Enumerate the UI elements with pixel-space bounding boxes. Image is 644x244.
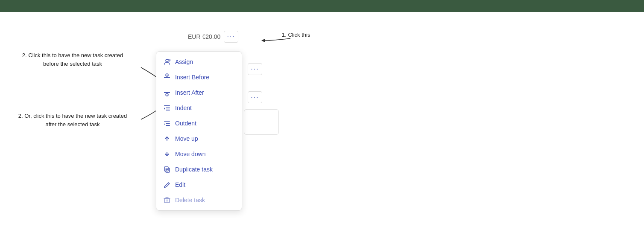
indent-icon: [163, 104, 171, 112]
svg-rect-9: [164, 105, 170, 106]
svg-rect-3: [164, 77, 170, 78]
menu-item-outdent[interactable]: Outdent: [156, 116, 242, 131]
menu-item-assign-label: Assign: [175, 58, 193, 65]
menu-item-edit[interactable]: Edit: [156, 177, 242, 192]
outdent-icon: [163, 119, 171, 127]
move-down-icon: [163, 150, 171, 158]
menu-item-insert-after-label: Insert After: [175, 89, 204, 96]
menu-item-edit-label: Edit: [175, 181, 185, 188]
assign-icon: +: [163, 58, 171, 66]
menu-item-duplicate-task[interactable]: Duplicate task: [156, 162, 242, 177]
edit-icon: [163, 181, 171, 189]
menu-item-delete-task-label: Delete task: [175, 197, 205, 203]
svg-rect-12: [164, 121, 170, 122]
row2-dots-container: ···: [248, 63, 262, 75]
svg-text:+: +: [169, 59, 170, 61]
menu-item-outdent-label: Outdent: [175, 120, 196, 127]
menu-item-move-down[interactable]: Move down: [156, 146, 242, 162]
menu-item-delete-task[interactable]: Delete task: [156, 192, 242, 208]
menu-item-insert-before-label: Insert Before: [175, 74, 209, 81]
svg-rect-14: [166, 125, 170, 126]
menu-item-duplicate-task-label: Duplicate task: [175, 166, 213, 173]
menu-item-insert-before[interactable]: + Insert Before: [156, 70, 242, 85]
menu-item-indent[interactable]: Indent: [156, 100, 242, 116]
row2-dots-button[interactable]: ···: [248, 63, 262, 75]
svg-text:+: +: [167, 74, 168, 76]
eur-row-dots-button[interactable]: ···: [224, 31, 238, 43]
blank-panel: [244, 109, 279, 135]
svg-rect-6: [164, 92, 170, 93]
menu-item-move-down-label: Move down: [175, 151, 206, 157]
menu-item-indent-label: Indent: [175, 105, 192, 111]
duplicate-icon: [163, 166, 171, 173]
svg-rect-10: [166, 107, 170, 108]
insert-after-icon: +: [163, 89, 171, 96]
svg-rect-13: [166, 123, 170, 124]
svg-text:+: +: [167, 93, 168, 96]
move-up-icon: [163, 135, 171, 142]
annotation-2: 2. Click this to have the new task creat…: [2, 51, 143, 68]
row3-dots-button[interactable]: ···: [248, 91, 262, 103]
eur-amount: EUR €20.00: [188, 33, 220, 40]
annotation-1: 1. Click this: [282, 31, 310, 39]
svg-rect-11: [166, 110, 170, 110]
delete-icon: [163, 196, 171, 204]
menu-item-assign[interactable]: + Assign: [156, 54, 242, 70]
menu-item-insert-after[interactable]: + Insert After: [156, 85, 242, 100]
row3-dots-container: ···: [248, 91, 262, 103]
eur-row: EUR €20.00 ···: [188, 31, 277, 43]
annotation-3: 2. Or, click this to have the new task c…: [2, 112, 143, 128]
menu-item-move-up[interactable]: Move up: [156, 131, 242, 146]
svg-rect-17: [164, 198, 170, 203]
top-navigation-bar: [0, 0, 644, 12]
insert-before-icon: +: [163, 73, 171, 81]
context-dropdown-menu: + Assign + Insert Before + Insert After: [156, 51, 242, 211]
menu-item-move-up-label: Move up: [175, 135, 198, 142]
